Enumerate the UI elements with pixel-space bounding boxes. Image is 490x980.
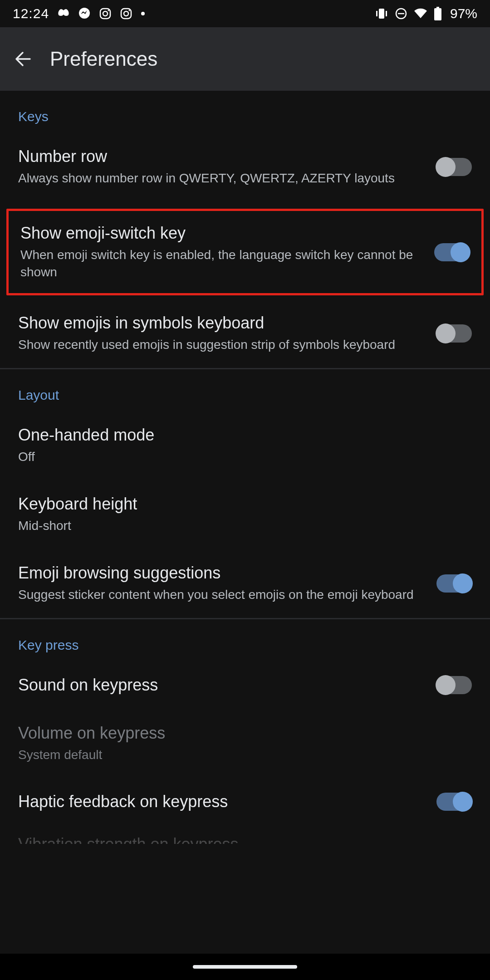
svg-rect-10 bbox=[386, 11, 387, 16]
row-volume-keypress: Volume on keypress System default bbox=[0, 709, 490, 778]
row-subtitle: Suggest sticker content when you select … bbox=[18, 586, 426, 603]
row-number-row[interactable]: Number row Always show number row in QWE… bbox=[0, 132, 490, 201]
wifi-icon bbox=[414, 8, 427, 19]
section-header-keypress: Key press bbox=[0, 619, 490, 661]
row-one-handed[interactable]: One-handed mode Off bbox=[0, 411, 490, 480]
page-title: Preferences bbox=[50, 48, 157, 70]
row-subtitle: Off bbox=[18, 448, 472, 466]
row-subtitle: Mid-short bbox=[18, 517, 472, 534]
svg-rect-9 bbox=[376, 11, 377, 16]
row-title: Volume on keypress bbox=[18, 724, 472, 743]
svg-point-2 bbox=[103, 11, 108, 16]
row-haptic-keypress[interactable]: Haptic feedback on keypress bbox=[0, 778, 490, 826]
nav-bar bbox=[0, 954, 490, 980]
instagram-icon bbox=[120, 7, 132, 20]
row-subtitle: System default bbox=[18, 746, 472, 764]
row-sound-keypress[interactable]: Sound on keypress bbox=[0, 661, 490, 709]
dot-icon bbox=[141, 11, 145, 16]
toggle-number-row[interactable] bbox=[436, 158, 472, 176]
row-keyboard-height[interactable]: Keyboard height Mid-short bbox=[0, 480, 490, 549]
row-emoji-browse[interactable]: Emoji browsing suggestions Suggest stick… bbox=[0, 549, 490, 618]
row-subtitle: When emoji switch key is enabled, the la… bbox=[20, 246, 423, 281]
svg-rect-8 bbox=[379, 9, 384, 19]
status-battery-pct: 97% bbox=[450, 6, 477, 21]
row-title: Show emoji-switch key bbox=[20, 224, 423, 243]
svg-point-7 bbox=[141, 12, 145, 15]
toggle-haptic-keypress[interactable] bbox=[436, 793, 472, 811]
svg-point-6 bbox=[129, 10, 130, 11]
toggle-emoji-browse[interactable] bbox=[436, 574, 472, 593]
dnd-icon bbox=[395, 7, 407, 20]
row-title: One-handed mode bbox=[18, 426, 472, 445]
row-emojis-symbols[interactable]: Show emojis in symbols keyboard Show rec… bbox=[0, 299, 490, 368]
row-vibration-strength[interactable]: Vibration strength on keypress bbox=[0, 826, 490, 844]
row-title: Show emojis in symbols keyboard bbox=[18, 314, 426, 333]
svg-point-5 bbox=[124, 11, 128, 16]
leaf-icon bbox=[57, 8, 70, 19]
instagram-icon bbox=[99, 7, 112, 20]
back-icon[interactable] bbox=[14, 50, 32, 68]
nav-pill[interactable] bbox=[193, 965, 297, 969]
svg-rect-13 bbox=[436, 7, 439, 8]
row-subtitle: Show recently used emojis in suggestion … bbox=[18, 336, 426, 353]
battery-icon bbox=[434, 7, 442, 20]
row-emoji-switch[interactable]: Show emoji-switch key When emoji switch … bbox=[9, 211, 481, 294]
section-header-layout: Layout bbox=[0, 369, 490, 411]
row-subtitle: Always show number row in QWERTY, QWERTZ… bbox=[18, 170, 426, 187]
toggle-emojis-symbols[interactable] bbox=[436, 324, 472, 343]
status-clock: 12:24 bbox=[13, 6, 49, 21]
content: Keys Number row Always show number row i… bbox=[0, 91, 490, 954]
row-title: Keyboard height bbox=[18, 495, 472, 514]
row-title: Vibration strength on keypress bbox=[18, 835, 472, 844]
app-bar: Preferences bbox=[0, 27, 490, 91]
section-header-keys: Keys bbox=[0, 91, 490, 132]
row-title: Emoji browsing suggestions bbox=[18, 564, 426, 583]
vibrate-icon bbox=[375, 7, 388, 20]
svg-point-3 bbox=[108, 10, 109, 11]
row-title: Sound on keypress bbox=[18, 676, 426, 695]
svg-rect-14 bbox=[434, 8, 441, 20]
toggle-sound-keypress[interactable] bbox=[436, 676, 472, 694]
messenger-icon bbox=[78, 7, 91, 20]
status-bar: 12:24 bbox=[0, 0, 490, 27]
highlight-box: Show emoji-switch key When emoji switch … bbox=[6, 209, 484, 296]
toggle-emoji-switch[interactable] bbox=[434, 243, 470, 261]
row-title: Number row bbox=[18, 147, 426, 166]
row-title: Haptic feedback on keypress bbox=[18, 792, 426, 811]
